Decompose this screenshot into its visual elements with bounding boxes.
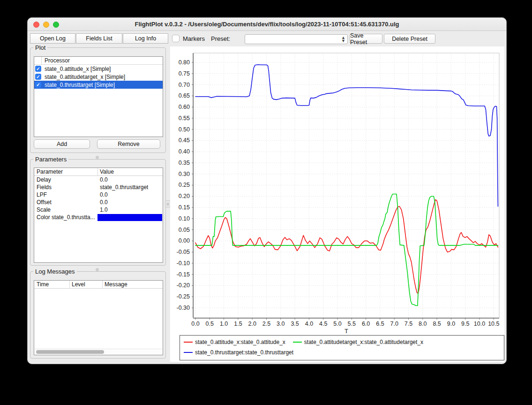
item-checkbox[interactable]: ✓	[35, 74, 41, 80]
svg-text:4.0: 4.0	[305, 321, 313, 327]
parameter-value-cell[interactable]: 1.0	[97, 206, 108, 213]
svg-text:6.0: 6.0	[362, 321, 370, 327]
parameter-name-cell: Color state_0.thrustta...	[34, 214, 97, 221]
log-messages-table[interactable]: Time Level Message	[34, 280, 163, 355]
parameters-table-header: Parameter Value	[34, 168, 163, 176]
log-messages-group: Log Messages Time Level Message	[30, 271, 166, 359]
processor-list-header: Processor	[34, 57, 163, 65]
legend-item: state_0.thrusttarget:state_0.thrusttarge…	[184, 349, 500, 356]
zoom-window-button[interactable]	[53, 22, 59, 28]
minimize-window-button[interactable]	[43, 22, 49, 28]
parameter-name-cell: LPF	[34, 191, 97, 198]
remove-button[interactable]: Remove	[97, 139, 160, 149]
processor-column-header: Processor	[45, 57, 70, 64]
flight-plot-chart[interactable]: -0.30-0.25-0.20-0.15-0.10-0.050.000.050.…	[170, 47, 504, 336]
color-swatch[interactable]	[97, 214, 162, 221]
markers-label: Markers	[183, 35, 205, 42]
traffic-lights	[33, 22, 59, 28]
parameter-row[interactable]: Offset0.0	[34, 199, 163, 206]
log-messages-table-header: Time Level Message	[34, 281, 163, 289]
parameter-value-cell[interactable]: 0.0	[97, 191, 108, 198]
parameter-row[interactable]: Fieldsstate_0.thrusttarget	[34, 183, 163, 191]
legend-item: state_0.attitudetarget_x:state_0.attitud…	[293, 338, 423, 346]
svg-text:8.5: 8.5	[433, 321, 441, 327]
svg-text:0.30: 0.30	[179, 171, 190, 177]
plot-area[interactable]	[194, 53, 499, 318]
plot-item-label: state_0.thrusttarget [Simple]	[45, 82, 115, 88]
processor-list[interactable]: Processor ✓state_0.attitude_x [Simple]✓s…	[34, 56, 163, 137]
plot-group: Plot Processor ✓state_0.attitude_x [Simp…	[30, 47, 166, 153]
svg-text:1.0: 1.0	[220, 321, 228, 327]
fields-list-button[interactable]: Fields List	[76, 33, 122, 44]
svg-text:1.5: 1.5	[234, 321, 242, 327]
svg-text:0.60: 0.60	[179, 104, 190, 110]
svg-text:5.0: 5.0	[333, 321, 341, 327]
log-info-button[interactable]: Log Info	[123, 33, 168, 44]
message-column-header: Message	[102, 281, 127, 288]
window-title: FlightPlot v.0.3.2 - /Users/oleg/Documen…	[28, 21, 506, 28]
plot-list-item[interactable]: ✓state_0.attitude_x [Simple]	[34, 65, 163, 73]
markers-checkbox[interactable]	[172, 35, 180, 42]
plot-item-label: state_0.attitudetarget_x [Simple]	[45, 74, 125, 80]
legend-label: state_0.attitude_x:state_0.attitude_x	[195, 339, 285, 345]
splitter-handle[interactable]	[96, 156, 99, 159]
plot-list-item[interactable]: ✓state_0.thrusttarget [Simple]	[34, 81, 163, 89]
time-column-header: Time	[34, 281, 69, 288]
svg-text:0.75: 0.75	[179, 70, 190, 77]
log-messages-group-title: Log Messages	[33, 268, 77, 275]
open-log-button[interactable]: Open Log	[30, 33, 75, 44]
svg-text:0.80: 0.80	[179, 59, 190, 66]
close-window-button[interactable]	[33, 22, 39, 28]
parameter-value-cell[interactable]: 0.0	[97, 176, 108, 183]
legend-label: state_0.thrusttarget:state_0.thrusttarge…	[195, 349, 293, 356]
parameter-row[interactable]: LPF0.0	[34, 191, 163, 199]
parameter-column-header: Parameter	[34, 168, 97, 175]
add-button[interactable]: Add	[34, 139, 90, 149]
parameter-name-cell: Scale	[34, 206, 97, 213]
combo-stepper-icon[interactable]: ▲▼	[341, 36, 345, 43]
legend-label: state_0.attitudetarget_x:state_0.attitud…	[304, 339, 423, 345]
legend-line-swatch	[293, 342, 302, 343]
parameter-name-cell: Offset	[34, 199, 97, 206]
svg-text:0.5: 0.5	[206, 321, 214, 327]
splitter-handle[interactable]	[96, 268, 99, 271]
delete-preset-button[interactable]: Delete Preset	[384, 34, 435, 44]
column-separator	[102, 281, 103, 288]
item-checkbox[interactable]: ✓	[35, 66, 41, 72]
parameter-row[interactable]: Scale1.0	[34, 206, 163, 214]
svg-text:0.10: 0.10	[179, 215, 190, 222]
svg-text:5.5: 5.5	[348, 321, 356, 327]
parameter-row[interactable]: Delay0.0	[34, 176, 163, 183]
parameters-group: Parameters Parameter Value Delay0.0Field…	[30, 159, 166, 266]
svg-text:8.0: 8.0	[419, 321, 427, 327]
column-separator	[41, 57, 42, 64]
parameter-value-cell[interactable]: 0.0	[97, 199, 108, 206]
svg-text:0.05: 0.05	[179, 227, 190, 233]
item-checkbox[interactable]: ✓	[35, 82, 41, 88]
horizontal-scrollbar[interactable]	[35, 349, 162, 354]
save-preset-button[interactable]: Save Preset	[350, 34, 382, 44]
preset-label: Preset:	[211, 35, 230, 42]
parameter-row[interactable]: Color state_0.thrustta...	[34, 214, 163, 221]
svg-text:-0.30: -0.30	[177, 305, 190, 311]
svg-text:10.5: 10.5	[488, 321, 499, 327]
title-bar[interactable]: FlightPlot v.0.3.2 - /Users/oleg/Documen…	[28, 18, 506, 31]
parameters-table[interactable]: Parameter Value Delay0.0Fieldsstate_0.th…	[34, 168, 163, 263]
x-axis-title: T	[345, 328, 348, 335]
plot-item-label: state_0.attitude_x [Simple]	[45, 66, 111, 72]
legend-line-swatch	[184, 342, 193, 343]
svg-text:0.20: 0.20	[179, 193, 190, 199]
scrollbar-thumb[interactable]	[36, 350, 104, 354]
preset-combobox[interactable]: ▲▼	[245, 34, 348, 44]
svg-text:-0.10: -0.10	[177, 260, 190, 267]
screenshot-stage: FlightPlot v.0.3.2 - /Users/oleg/Documen…	[0, 0, 532, 405]
parameter-value-cell[interactable]: state_0.thrusttarget	[97, 184, 148, 191]
svg-text:0.70: 0.70	[179, 82, 190, 88]
plot-list-item[interactable]: ✓state_0.attitudetarget_x [Simple]	[34, 73, 163, 81]
svg-text:3.5: 3.5	[291, 321, 299, 327]
svg-text:-0.05: -0.05	[177, 249, 190, 255]
svg-text:2.0: 2.0	[248, 321, 256, 327]
svg-text:2.5: 2.5	[262, 321, 270, 327]
svg-text:6.5: 6.5	[376, 321, 384, 327]
svg-text:0.25: 0.25	[179, 182, 190, 188]
